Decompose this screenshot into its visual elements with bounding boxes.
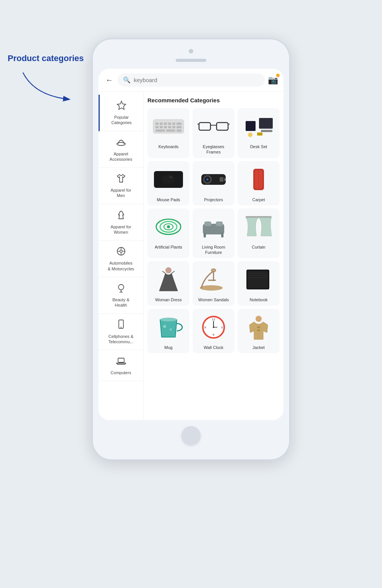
phone-frame: ← 🔍 📷 PopularCategories: [92, 38, 290, 460]
curtain-image: [241, 212, 276, 242]
svg-rect-22: [160, 126, 163, 128]
svg-rect-17: [164, 123, 167, 125]
svg-rect-23: [164, 126, 167, 128]
mouse-pads-label: Mouse Pads: [157, 197, 180, 202]
sidebar-item-cellphones[interactable]: Cellphones &Telecommu...: [99, 314, 143, 351]
product-card-women-sandals[interactable]: Women Sandals: [193, 261, 235, 305]
svg-rect-28: [166, 129, 175, 132]
product-card-curtain[interactable]: Curtain: [238, 208, 280, 258]
product-categories-label: Product categories: [8, 53, 84, 63]
sidebar-item-accessories-label: ApparelAccessories: [110, 151, 132, 162]
projectors-label: Projectors: [204, 197, 223, 202]
keyboards-label: Keyboards: [159, 144, 179, 149]
hat-icon: [116, 137, 126, 149]
sidebar-item-beauty[interactable]: Beauty &Health: [99, 277, 143, 314]
phone-screen: ← 🔍 📷 PopularCategories: [99, 69, 283, 420]
svg-point-8: [118, 284, 124, 290]
search-bar: ← 🔍 📷: [99, 69, 283, 92]
living-room-label: Living RoomFurniture: [202, 244, 225, 255]
product-card-woman-dress[interactable]: Woman Dress: [147, 261, 189, 305]
mobile-icon: [116, 319, 126, 331]
svg-rect-25: [172, 126, 175, 128]
product-card-projectors[interactable]: Projectors: [193, 161, 235, 205]
product-card-eyeglasses[interactable]: EyeglassesFrames: [193, 108, 235, 158]
sidebar-item-popular-label: PopularCategories: [111, 115, 131, 126]
camera-button[interactable]: 📷: [268, 75, 278, 85]
svg-rect-57: [204, 221, 211, 226]
svg-rect-61: [246, 216, 272, 218]
product-card-living-room[interactable]: Living RoomFurniture: [193, 208, 235, 258]
sidebar-item-computers[interactable]: Computers: [99, 350, 143, 381]
clock-image: 12 6 9 3: [196, 312, 231, 342]
svg-point-41: [162, 175, 175, 184]
svg-rect-37: [261, 130, 272, 132]
phone-speaker: [176, 59, 206, 62]
search-input-wrap[interactable]: 🔍: [118, 73, 265, 87]
svg-rect-19: [172, 123, 175, 125]
product-card-carpet[interactable]: Carpet: [238, 161, 280, 205]
camera-badge: [276, 74, 280, 77]
svg-point-62: [165, 267, 172, 273]
svg-text:6: 6: [213, 333, 215, 336]
woman-dress-label: Woman Dress: [155, 297, 181, 302]
product-card-keyboards[interactable]: Keyboards: [147, 108, 189, 158]
product-card-notebook[interactable]: Notebook: [238, 261, 280, 305]
sidebar: PopularCategories ApparelAccessories App…: [99, 92, 144, 420]
desk-set-image: [241, 111, 276, 142]
product-card-mug[interactable]: Mug: [147, 309, 189, 353]
women-sandals-label: Women Sandals: [198, 297, 229, 302]
svg-rect-18: [168, 123, 171, 125]
eyeglasses-image: [196, 111, 231, 142]
svg-point-42: [169, 176, 172, 178]
woman-dress-image: [151, 264, 186, 295]
svg-point-72: [160, 318, 177, 321]
mouse-pads-image: [151, 164, 186, 195]
svg-rect-58: [216, 221, 223, 226]
svg-text:12: 12: [212, 318, 215, 321]
back-button[interactable]: ←: [104, 74, 115, 86]
sidebar-item-cellphones-label: Cellphones &Telecommu...: [108, 334, 133, 345]
svg-rect-29: [176, 129, 181, 132]
search-input[interactable]: [134, 77, 259, 83]
jacket-label: Jacket: [253, 345, 265, 350]
svg-point-46: [206, 178, 209, 181]
product-card-artificial-plants[interactable]: Artificial Plants: [147, 208, 189, 258]
sidebar-item-automobiles[interactable]: Automobiles& Motorcycles: [99, 241, 143, 277]
product-card-desk-set[interactable]: Desk Set: [238, 108, 280, 158]
sidebar-item-automobiles-label: Automobiles& Motorcycles: [108, 260, 134, 271]
desk-set-label: Desk Set: [250, 144, 267, 149]
mirror-icon: [116, 283, 126, 295]
eyeglasses-label: EyeglassesFrames: [203, 144, 224, 155]
svg-point-74: [170, 328, 172, 331]
svg-rect-15: [155, 123, 159, 125]
product-card-clock[interactable]: 12 6 9 3 Wall Clock: [193, 309, 235, 353]
svg-text:3: 3: [221, 326, 223, 329]
svg-text:9: 9: [204, 326, 206, 329]
sidebar-item-apparel-men[interactable]: Apparel forMen: [99, 168, 143, 204]
sidebar-item-apparel-accessories[interactable]: ApparelAccessories: [99, 131, 143, 168]
svg-point-83: [213, 326, 214, 328]
laptop-icon: [116, 355, 126, 368]
mug-label: Mug: [164, 345, 172, 350]
mug-image: [151, 312, 186, 342]
svg-rect-85: [257, 326, 260, 328]
living-room-image: [196, 212, 231, 242]
svg-rect-31: [217, 123, 228, 130]
product-card-jacket[interactable]: Jacket: [238, 309, 280, 353]
svg-point-38: [248, 132, 253, 137]
dress-icon: [116, 210, 126, 222]
phone-home-button[interactable]: [181, 426, 201, 445]
annotation-arrow: [11, 65, 88, 111]
svg-rect-47: [220, 177, 223, 182]
sidebar-item-men-label: Apparel forMen: [111, 187, 131, 199]
keyboards-image: [151, 111, 186, 142]
sidebar-item-apparel-women[interactable]: Apparel forWomen: [99, 204, 143, 241]
sidebar-item-popular[interactable]: PopularCategories: [99, 95, 143, 131]
product-card-mouse-pads[interactable]: Mouse Pads: [147, 161, 189, 205]
section-title: Recommended Categories: [147, 97, 280, 103]
tshirt-icon: [116, 173, 126, 185]
notebook-image: [241, 264, 276, 295]
svg-rect-59: [204, 233, 206, 237]
main-content: PopularCategories ApparelAccessories App…: [99, 92, 283, 420]
search-icon: 🔍: [123, 76, 131, 84]
